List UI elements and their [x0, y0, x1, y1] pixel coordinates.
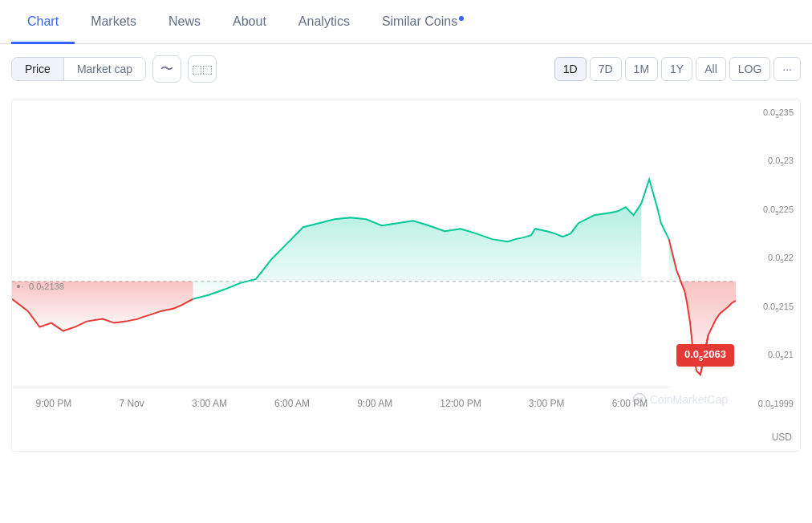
- x-label-1: 7 Nov: [119, 398, 144, 409]
- time-selector: 1D 7D 1M 1Y All LOG ···: [554, 57, 801, 81]
- usd-label: USD: [772, 432, 792, 443]
- tab-markets[interactable]: Markets: [75, 0, 152, 44]
- time-log[interactable]: LOG: [729, 57, 771, 81]
- tab-news[interactable]: News: [152, 0, 217, 44]
- time-1d[interactable]: 1D: [554, 57, 587, 81]
- toolbar-left: Price Market cap 〜 ⬚⬚: [11, 55, 217, 83]
- similar-coins-dot: [459, 16, 464, 21]
- svg-marker-3: [193, 203, 642, 298]
- line-chart-button[interactable]: 〜: [152, 55, 181, 83]
- chart-area: ·0.0₅2138 CoinMarketCap 9:00 PM 7 Nov 3:…: [12, 99, 736, 419]
- tab-news-label: News: [168, 14, 201, 28]
- time-7d[interactable]: 7D: [590, 57, 622, 81]
- tab-about-label: About: [233, 14, 266, 28]
- view-toggle: Price Market cap: [11, 57, 146, 81]
- time-all[interactable]: All: [696, 57, 726, 81]
- candle-chart-icon: ⬚⬚: [192, 63, 213, 75]
- toolbar: Price Market cap 〜 ⬚⬚ 1D 7D 1M 1Y All LO…: [0, 44, 812, 91]
- price-line-value: 0.0₅2138: [29, 282, 64, 292]
- x-label-3: 6:00 AM: [274, 398, 310, 409]
- market-cap-button[interactable]: Market cap: [64, 58, 145, 80]
- x-label-0: 9:00 PM: [36, 398, 72, 409]
- line-chart-icon: 〜: [160, 61, 173, 78]
- chart-svg: [12, 99, 736, 419]
- y-label-4: 0.05215: [742, 302, 794, 314]
- x-label-6: 3:00 PM: [529, 398, 565, 409]
- y-label-0: 0.05235: [742, 107, 794, 120]
- y-label-2: 0.05225: [742, 205, 794, 217]
- nav-tabs: Chart Markets News About Analytics Simil…: [0, 0, 812, 44]
- tab-chart-label: Chart: [27, 14, 59, 28]
- tab-analytics-label: Analytics: [298, 14, 350, 28]
- tab-similar-coins[interactable]: Similar Coins: [366, 0, 480, 44]
- tab-about[interactable]: About: [217, 0, 282, 44]
- tab-analytics[interactable]: Analytics: [282, 0, 366, 44]
- y-label-5: 0.0521: [742, 350, 794, 362]
- tab-chart[interactable]: Chart: [11, 0, 75, 44]
- candle-chart-button[interactable]: ⬚⬚: [188, 55, 217, 83]
- time-1m[interactable]: 1M: [625, 57, 658, 81]
- price-reference-label: ·0.0₅2138: [17, 282, 64, 292]
- tab-markets-label: Markets: [91, 14, 136, 28]
- tab-similar-coins-label: Similar Coins: [382, 14, 457, 28]
- y-axis: 0.05235 0.0523 0.05225 0.0522 0.05215 0.…: [736, 99, 800, 419]
- y-label-1: 0.0523: [742, 156, 794, 168]
- y-label-6: 0.051999: [742, 399, 794, 411]
- current-price-badge: 0.052063: [676, 344, 734, 367]
- x-label-5: 12:00 PM: [440, 398, 481, 409]
- chart-container: ·0.0₅2138 CoinMarketCap 9:00 PM 7 Nov 3:…: [11, 99, 801, 452]
- time-1y[interactable]: 1Y: [661, 57, 692, 81]
- more-options-button[interactable]: ···: [773, 57, 801, 81]
- x-label-4: 9:00 AM: [357, 398, 392, 409]
- x-label-2: 3:00 AM: [192, 398, 227, 409]
- x-axis: 9:00 PM 7 Nov 3:00 AM 6:00 AM 9:00 AM 12…: [12, 387, 672, 419]
- x-label-7: 6:00 PM: [612, 398, 648, 409]
- y-label-3: 0.0522: [742, 253, 794, 265]
- price-button[interactable]: Price: [12, 58, 64, 80]
